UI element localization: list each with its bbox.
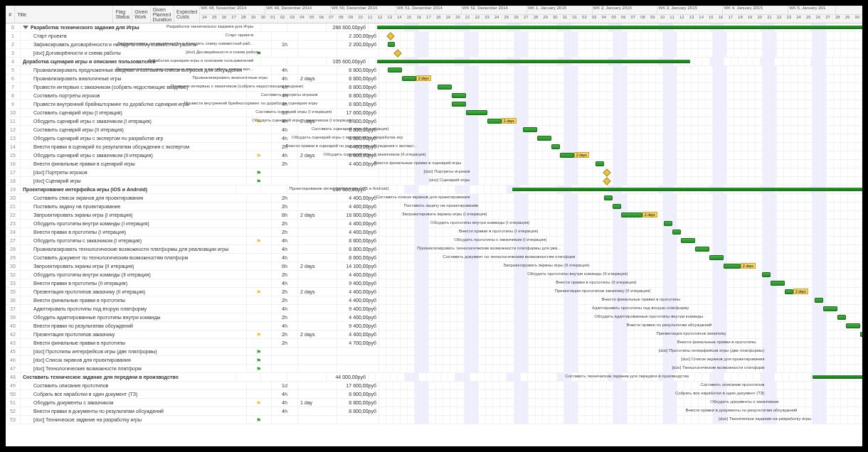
gantt-cell[interactable]: Внести финальные правки в сценарий игры: [379, 160, 862, 168]
gantt-bar[interactable]: [537, 136, 551, 141]
flag-cell[interactable]: [247, 143, 272, 151]
gantt-bar[interactable]: [452, 93, 466, 98]
collapse-icon[interactable]: [23, 26, 28, 29]
task-row[interactable]: 40Внести правки по результатам обсуждени…: [6, 322, 862, 330]
flag-cell[interactable]: [247, 194, 272, 202]
gantt-cell[interactable]: Обсудить прототипы внутри команды (II ит…: [379, 271, 862, 279]
gantt-cell[interactable]: Провести интервью с заказчиком (собрать …: [379, 83, 862, 91]
flag-cell[interactable]: [247, 168, 272, 176]
flag-cell[interactable]: [247, 134, 272, 142]
task-row[interactable]: 21Поставить задачу на проектирование2h4 …: [6, 203, 862, 211]
flag-cell[interactable]: [247, 407, 272, 415]
gantt-bar[interactable]: [452, 102, 466, 107]
gantt-cell[interactable]: 2 daysЗапроектировать экраны игры (II ит…: [379, 262, 862, 270]
task-row[interactable]: 30Запроектировать экраны игры (II итерац…: [6, 262, 862, 271]
gantt-cell[interactable]: Составить сценарий игры (I итерация): [379, 109, 862, 117]
task-row[interactable]: 50Собрать все наработки в один документ …: [6, 390, 862, 399]
gantt-cell[interactable]: Обсудить сценарий игры с экспертом по ра…: [379, 134, 862, 142]
gantt-cell[interactable]: Провести внутренний брейншторминг по дор…: [379, 100, 862, 108]
gantt-cell[interactable]: 2 daysПроанализировать аналогичные игры: [379, 75, 862, 82]
task-row[interactable]: 9Провести внутренний брейншторминг по до…: [6, 100, 862, 109]
gantt-cell[interactable]: Разработка технического задания для Игры: [369, 23, 862, 31]
task-row[interactable]: 24Внести правки в прототипы (I итерация)…: [6, 228, 862, 237]
task-row[interactable]: 47[doc] Технологические возможности плат…: [6, 365, 862, 373]
gantt-bar[interactable]: [664, 221, 672, 226]
task-row[interactable]: 3[doc] Договорённости и схема работы[doc…: [6, 49, 862, 58]
flag-cell[interactable]: [247, 399, 272, 407]
task-row[interactable]: 48Составить техническое задание для пере…: [6, 373, 862, 382]
gantt-bar[interactable]: [681, 238, 695, 243]
flag-cell[interactable]: [247, 339, 272, 347]
flag-cell[interactable]: [247, 288, 272, 296]
task-row[interactable]: 5Проанализировать предложенные вводные и…: [6, 66, 862, 75]
task-row[interactable]: 7Провести интервью с заказчиком (собрать…: [6, 83, 862, 92]
flag-cell[interactable]: [247, 237, 272, 244]
flag-cell[interactable]: [247, 390, 272, 398]
flag-cell[interactable]: [247, 330, 272, 338]
task-row[interactable]: 11Обсудить сценарий игры с заказчиком (I…: [6, 117, 862, 126]
gantt-cell[interactable]: 2 daysЗапроектировать экраны игры (I ите…: [379, 211, 862, 219]
task-row[interactable]: 8Составить портреты игроков4h8 800,00руб…: [6, 92, 862, 100]
task-row[interactable]: 12Составить сценарий игры (II итерация)4…: [6, 126, 862, 134]
task-row[interactable]: 17[doc] Портреты игроков[doc] Портреты и…: [6, 168, 862, 177]
gantt-bar[interactable]: [523, 127, 537, 132]
gantt-bar[interactable]: [785, 289, 793, 294]
gantt-cell[interactable]: Составить документ по технологическим во…: [379, 254, 862, 262]
flag-cell[interactable]: [247, 365, 272, 372]
gantt-bar[interactable]: [388, 68, 402, 72]
gantt-cell[interactable]: Собрать все наработки в один документ (Т…: [379, 390, 862, 398]
gantt-cell[interactable]: Адаптировать прототипы под вторую платфо…: [379, 305, 862, 313]
gantt-cell[interactable]: Поставить задачу на проектирование: [379, 203, 862, 210]
gantt-bar[interactable]: [487, 119, 502, 124]
flag-cell[interactable]: [236, 185, 261, 193]
task-grid[interactable]: 0Разработка технического задания для Игр…: [6, 23, 862, 424]
gantt-bar[interactable]: [823, 306, 837, 311]
gantt-bar[interactable]: [613, 204, 621, 209]
task-row[interactable]: 2Зафиксировать договорённости и наладить…: [6, 41, 862, 49]
task-row[interactable]: 36Внести финальные правки в прототипы2h4…: [6, 296, 862, 305]
gantt-bar[interactable]: [438, 85, 452, 90]
task-row[interactable]: 35Презентация прототипов заказчику (II и…: [6, 288, 862, 296]
flag-cell[interactable]: [236, 373, 261, 381]
gantt-bar[interactable]: [771, 281, 785, 286]
flag-cell[interactable]: [247, 211, 272, 219]
gantt-cell[interactable]: [doc] Список экранов для проектирования: [379, 356, 862, 364]
flag-cell[interactable]: [247, 279, 272, 287]
flag-cell[interactable]: [247, 416, 272, 424]
gantt-bar[interactable]: [860, 332, 862, 337]
gantt-cell[interactable]: [doc] Техническое задание на разработку …: [379, 416, 862, 424]
flag-cell[interactable]: [247, 228, 272, 236]
gantt-bar[interactable]: [724, 264, 741, 269]
task-row[interactable]: 15Обсудить сценарий игры с заказчиком (I…: [6, 151, 862, 160]
task-row[interactable]: 42Презентация прототипов заказчику2h2 da…: [6, 330, 862, 339]
task-row[interactable]: 6Проанализировать аналогичные игры4h2 da…: [6, 75, 862, 83]
task-row[interactable]: 32Обсудить прототипы внутри команды (II …: [6, 271, 862, 279]
gantt-cell[interactable]: Зафиксировать договорённости и наладить …: [379, 41, 862, 48]
gantt-bar[interactable]: [560, 153, 574, 158]
gantt-bar[interactable]: [695, 247, 709, 252]
gantt-cell[interactable]: Составить техническое задание для переда…: [369, 373, 862, 381]
task-row[interactable]: 51Обсудить документы с заказчиком4h1 day…: [6, 399, 862, 407]
gantt-bar[interactable]: [672, 230, 681, 235]
gantt-cell[interactable]: Внести правки по результатам обсуждений: [379, 322, 862, 330]
flag-cell[interactable]: [247, 348, 272, 355]
task-row[interactable]: 29Составить документ по технологическим …: [6, 254, 862, 262]
gantt-cell[interactable]: 2 daysПрезентация прототипов заказчику: [379, 330, 862, 338]
task-row[interactable]: 0Разработка технического задания для Игр…: [6, 23, 862, 32]
gantt-bar[interactable]: [377, 26, 862, 29]
task-row[interactable]: 13Обсудить сценарий игры с экспертом по …: [6, 134, 862, 143]
gantt-bar[interactable]: [377, 60, 690, 63]
task-row[interactable]: 14Внести правки в сценарий по результата…: [6, 143, 862, 151]
gantt-cell[interactable]: Внести финальные правки в прототипы: [379, 339, 862, 347]
flag-cell[interactable]: [247, 271, 272, 279]
gantt-cell[interactable]: [doc] Прототипы интерфейсов игры (две пл…: [379, 348, 862, 355]
gantt-cell[interactable]: Составить список экранов для проектирова…: [379, 194, 862, 202]
gantt-bar[interactable]: [402, 76, 416, 81]
gantt-bar[interactable]: [621, 212, 642, 217]
task-row[interactable]: 4Доработка сценария игры и описание поль…: [6, 58, 862, 66]
flag-cell[interactable]: [247, 220, 272, 227]
gantt-cell[interactable]: 2 daysПрезентация прототипов заказчику (…: [379, 288, 862, 296]
gantt-cell[interactable]: Проектирование интерфейса игры (iOS и An…: [369, 185, 862, 193]
gantt-cell[interactable]: [doc] Портреты игроков: [379, 168, 862, 176]
gantt-bar[interactable]: [596, 161, 604, 166]
